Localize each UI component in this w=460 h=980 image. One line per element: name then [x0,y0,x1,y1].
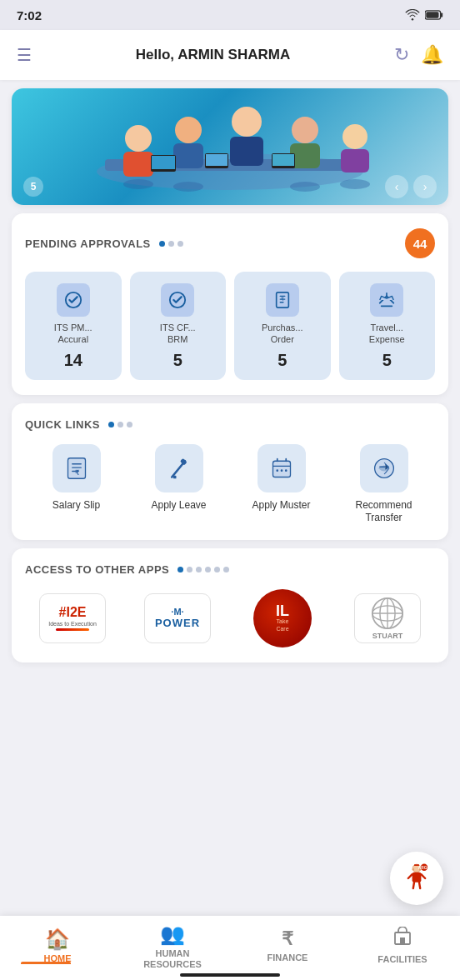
hr-nav-label: HUMANRESOURCES [143,948,202,970]
other-apps-header: ACCESS TO OTHER APPS [25,563,435,576]
home-nav-icon: 🏠 [45,928,70,951]
svg-text:₹: ₹ [281,296,284,302]
travel-icon [370,283,403,317]
svg-point-22 [173,182,203,192]
svg-line-48 [421,874,425,878]
apply-muster-label: Apply Muster [252,499,310,512]
svg-point-35 [280,469,282,472]
ql-dot-2 [118,422,123,428]
salary-slip-label: Salary Slip [52,499,100,512]
approvals-count-badge: 44 [405,228,435,258]
svg-point-9 [232,107,262,137]
menu-icon[interactable]: ☰ [17,45,32,65]
other-apps-section: ACCESS TO OTHER APPS #I2E Ideas to Execu… [12,548,448,662]
meeting-illustration [12,88,448,205]
svg-rect-8 [173,143,203,168]
banner-next-arrow[interactable]: › [413,175,437,198]
floating-chat-button[interactable]: ARGO [390,852,443,905]
facilities-nav-label: FACILITIES [378,954,427,965]
quick-link-apply-muster[interactable]: Apply Muster [240,444,323,512]
finance-nav-label: FINANCE [268,952,308,963]
bottom-navigation: 🏠 HOME 👥 HUMANRESOURCES ₹ FINANCE FACILI… [0,916,460,980]
section-title-wrap: PENDING APPROVALS [25,238,183,250]
quick-links-header: QUICK LINKS [25,418,435,431]
chat-bot-icon: ARGO [402,863,432,893]
travel-count: 5 [382,351,392,370]
purchase-label: Purchas...Order [262,322,303,346]
quick-link-recommend-transfer[interactable]: Recommend Transfer [342,444,426,525]
approval-card-purchase[interactable]: ₹ Purchas...Order 5 [234,272,331,380]
apply-leave-label: Apply Leave [151,499,206,512]
nav-facilities[interactable]: FACILITIES [345,927,460,965]
app-stuart[interactable]: STUART [340,593,435,643]
nav-home[interactable]: 🏠 HOME [0,928,115,964]
nav-hr[interactable]: 👥 HUMANRESOURCES [115,922,230,970]
quick-links-dots [108,422,132,428]
refresh-icon[interactable]: ↻ [394,44,409,66]
oa-dot-6 [223,567,229,572]
app-i2e[interactable]: #I2E Ideas to Execution [25,593,120,643]
svg-line-50 [419,882,420,888]
svg-point-36 [284,469,287,472]
its-cf-icon [161,283,194,317]
quick-links-section: QUICK LINKS ₹ Salary Slip Apply Leave [12,403,448,540]
header-actions: ↻ 🔔 [394,44,443,66]
banner-page-number: 5 [23,177,43,197]
app-mpower[interactable]: ·M· POWER [130,593,225,643]
wifi-icon [405,9,420,21]
approval-card-travel[interactable]: Travel...Expense 5 [339,272,436,380]
svg-point-23 [290,182,320,192]
quick-links-title: QUICK LINKS [25,418,100,431]
other-apps-title: ACCESS TO OTHER APPS [25,563,169,576]
apply-leave-icon [155,444,203,492]
salary-slip-icon: ₹ [52,444,101,492]
svg-rect-55 [400,938,405,944]
svg-point-21 [123,179,153,189]
svg-point-5 [125,125,152,152]
apply-muster-icon [258,444,306,492]
approval-card-its-cf[interactable]: ITS CF...BRM 5 [130,272,227,380]
dot-3 [178,241,183,247]
svg-rect-18 [206,154,228,166]
status-time: 7:02 [17,8,42,22]
ql-dot-1 [108,422,114,428]
banner-prev-arrow[interactable]: ‹ [385,175,408,198]
app-header: ☰ Hello, ARMIN SHARMA ↻ 🔔 [0,30,460,80]
app-il-takecare[interactable]: IL TakeCare [235,589,330,648]
approval-card-its-pm[interactable]: ITS PM...Accural 14 [25,272,122,380]
its-cf-count: 5 [173,351,182,370]
svg-rect-10 [230,137,263,166]
svg-point-45 [412,868,414,870]
svg-point-13 [342,124,368,149]
quick-link-apply-leave[interactable]: Apply Leave [138,444,221,512]
purchase-count: 5 [278,351,287,370]
mpower-logo: ·M· POWER [144,593,211,643]
svg-rect-1 [441,12,443,17]
il-takecare-logo: IL TakeCare [253,589,312,648]
finance-nav-icon: ₹ [282,928,293,950]
notification-icon[interactable]: 🔔 [421,44,443,66]
svg-point-34 [276,469,278,472]
svg-text:ARGO: ARGO [418,866,431,870]
svg-point-11 [292,117,318,143]
svg-rect-33 [272,461,290,477]
apps-row: #I2E Ideas to Execution ·M· POWER IL Tak… [25,589,435,648]
svg-rect-2 [426,12,438,18]
its-pm-count: 14 [64,351,82,370]
quick-link-salary-slip[interactable]: ₹ Salary Slip [35,444,118,512]
other-apps-dots [178,567,229,572]
quick-links-row: ₹ Salary Slip Apply Leave Apply Muster R… [25,444,435,525]
svg-line-47 [408,874,412,878]
its-pm-icon [57,283,90,317]
svg-point-24 [340,179,370,189]
nav-finance[interactable]: ₹ FINANCE [230,928,345,963]
svg-rect-14 [341,149,369,172]
svg-point-7 [175,117,202,143]
purchase-icon: ₹ [266,283,299,317]
pending-dots [159,241,183,247]
svg-rect-6 [123,152,153,177]
battery-icon [425,10,443,20]
quick-links-title-wrap: QUICK LINKS [25,418,132,431]
recommend-transfer-label: Recommend Transfer [342,499,426,525]
oa-dot-2 [187,567,192,572]
